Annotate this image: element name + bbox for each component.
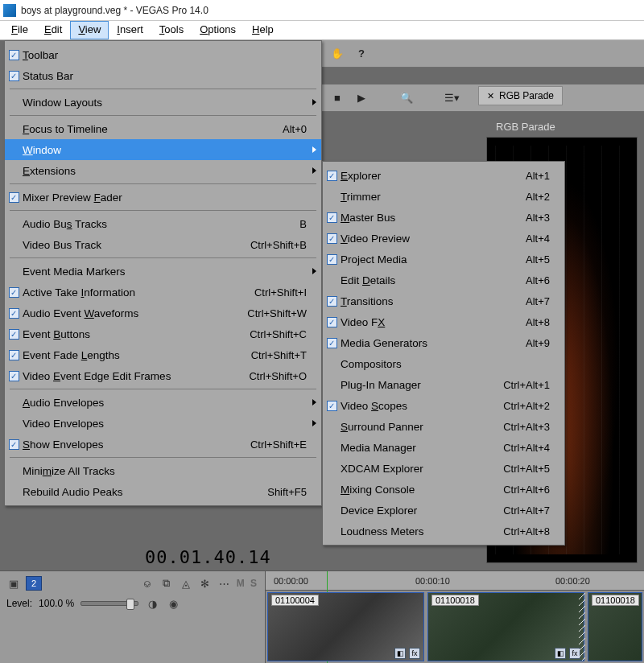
slider-thumb[interactable]: [126, 599, 134, 610]
gear-icon[interactable]: ✻: [198, 577, 213, 590]
play-icon[interactable]: ▶: [354, 91, 369, 105]
view-menu-item-window-layouts[interactable]: Window Layouts: [5, 92, 321, 113]
view-menu-item-video-bus-track[interactable]: Video Bus TrackCtrl+Shift+B: [5, 234, 321, 255]
zoom-icon[interactable]: 🔍: [399, 91, 414, 105]
check-icon: [5, 350, 23, 360]
view-menu-item-minimize-all-tracks[interactable]: Minimize All Tracks: [5, 460, 321, 481]
menubar-item-view[interactable]: View: [70, 21, 109, 39]
view-menu-item-audio-event-waveforms[interactable]: Audio Event WaveformsCtrl+Shift+W: [5, 303, 321, 323]
menu-item-shortcut: Ctrl+Alt+2: [503, 400, 564, 412]
stop-icon[interactable]: ■: [330, 91, 345, 105]
check-icon: [323, 443, 341, 453]
pan-crop-icon[interactable]: ◧: [555, 648, 566, 659]
window-menu-item-surround-panner[interactable]: Surround PannerCtrl+Alt+3: [323, 416, 564, 437]
compositing-mode-icon[interactable]: ◑: [145, 597, 159, 610]
more-icon[interactable]: ⋯: [217, 577, 232, 590]
view-menu-item-video-envelopes[interactable]: Video Envelopes: [5, 413, 321, 434]
close-icon[interactable]: ✕: [487, 91, 494, 101]
view-menu: ToolbarStatus BarWindow LayoutsFocus to …: [4, 40, 322, 506]
level-slider[interactable]: [80, 601, 138, 606]
menu-item-shortcut: Ctrl+Alt+4: [503, 442, 564, 454]
menubar-item-insert[interactable]: Insert: [109, 21, 151, 39]
menubar-item-edit[interactable]: Edit: [36, 21, 70, 39]
time-ruler[interactable]: 00:00:00 00:00:10 00:00:20: [266, 571, 644, 591]
menu-item-shortcut: Alt+8: [526, 316, 564, 328]
menubar-item-file[interactable]: File: [3, 21, 36, 39]
menu-separator: [10, 115, 316, 116]
view-menu-item-rebuild-audio-peaks[interactable]: Rebuild Audio PeaksShift+F5: [5, 481, 321, 502]
check-icon: [323, 380, 341, 390]
view-menu-item-show-envelopes[interactable]: Show EnvelopesCtrl+Shift+E: [5, 434, 321, 455]
menu-item-label: Loudness Meters: [341, 525, 503, 537]
window-menu-item-video-fx[interactable]: Video FXAlt+8: [323, 311, 564, 332]
window-menu-item-device-explorer[interactable]: Device ExplorerCtrl+Alt+7: [323, 500, 564, 521]
help-icon[interactable]: ?: [354, 47, 369, 61]
tab-rgb-parade[interactable]: ✕ RGB Parade: [478, 86, 563, 105]
view-menu-item-status-bar[interactable]: Status Bar: [5, 65, 321, 86]
view-menu-item-audio-envelopes[interactable]: Audio Envelopes: [5, 392, 321, 413]
window-menu-item-mixing-console[interactable]: Mixing ConsoleCtrl+Alt+6: [323, 479, 564, 500]
window-menu-item-media-generators[interactable]: Media GeneratorsAlt+9: [323, 332, 564, 353]
pan-crop-icon[interactable]: ◧: [394, 648, 406, 659]
view-menu-item-event-media-markers[interactable]: Event Media Markers: [5, 261, 321, 282]
menu-item-label: Event Buttons: [23, 328, 250, 340]
menu-item-label: Trimmer: [341, 191, 526, 203]
menu-item-shortcut: Ctrl+Shift+C: [250, 328, 321, 340]
check-icon: [5, 192, 23, 203]
menu-item-label: Audio Bus Tracks: [23, 218, 299, 230]
view-menu-item-event-buttons[interactable]: Event ButtonsCtrl+Shift+C: [5, 323, 321, 344]
menubar-item-options[interactable]: Options: [192, 21, 244, 39]
menu-item-label: Window Layouts: [23, 97, 321, 109]
menubar-item-tools[interactable]: Tools: [151, 21, 192, 39]
window-title: boys at playground.veg * - VEGAS Pro 14.…: [21, 5, 208, 16]
menu-item-label: Master Bus: [341, 212, 526, 224]
window-menu-item-explorer[interactable]: ExplorerAlt+1: [323, 165, 564, 186]
window-menu-item-transitions[interactable]: TransitionsAlt+7: [323, 290, 564, 311]
window-menu-item-edit-details[interactable]: Edit DetailsAlt+6: [323, 270, 564, 290]
video-clip[interactable]: 01100018 ◧fx: [427, 592, 584, 661]
window-menu-item-media-manager[interactable]: Media ManagerCtrl+Alt+4: [323, 437, 564, 458]
automation-icon[interactable]: ◬: [179, 577, 193, 590]
video-clip[interactable]: 01100004 ◧fx: [267, 592, 424, 661]
view-menu-item-window[interactable]: Window: [5, 139, 321, 160]
fx-icon[interactable]: fx: [409, 648, 420, 659]
window-menu-item-video-preview[interactable]: Video PreviewAlt+4: [323, 228, 564, 249]
menu-item-label: Window: [23, 144, 321, 156]
window-menu-item-video-scopes[interactable]: Video ScopesCtrl+Alt+2: [323, 395, 564, 416]
menu-item-label: Mixer Preview Fader: [23, 191, 321, 204]
menu-item-label: Video FX: [341, 316, 526, 328]
window-menu-item-trimmer[interactable]: TrimmerAlt+2: [323, 186, 564, 207]
view-menu-item-mixer-preview-fader[interactable]: Mixer Preview Fader: [5, 187, 321, 208]
view-menu-item-audio-bus-tracks[interactable]: Audio Bus TracksB: [5, 213, 321, 234]
view-menu-item-toolbar[interactable]: Toolbar: [5, 44, 321, 65]
hand-icon[interactable]: ✋: [330, 47, 345, 61]
view-menu-item-focus-to-timeline[interactable]: Focus to TimelineAlt+0: [5, 118, 321, 139]
menu-item-label: Mixing Console: [341, 484, 503, 496]
menu-item-shortcut: Ctrl+Shift+T: [251, 349, 321, 361]
list-icon[interactable]: ☰▾: [444, 91, 459, 105]
track-fx-icon[interactable]: ⧉: [159, 577, 174, 590]
view-menu-item-video-event-edge-edit-frames[interactable]: Video Event Edge Edit FramesCtrl+Shift+O: [5, 365, 321, 386]
menubar-item-help[interactable]: Help: [244, 21, 282, 39]
view-menu-item-event-fade-lengths[interactable]: Event Fade LengthsCtrl+Shift+T: [5, 344, 321, 365]
check-icon: [5, 124, 23, 134]
timeline-tracks[interactable]: 00:00:00 00:00:10 00:00:20 01100004 ◧fx …: [266, 571, 644, 663]
chevron-right-icon: [312, 146, 316, 153]
window-menu-item-master-bus[interactable]: Master BusAlt+3: [323, 207, 564, 228]
menu-separator: [10, 210, 316, 211]
view-menu-item-extensions[interactable]: Extensions: [5, 160, 321, 181]
parent-icon[interactable]: ◉: [166, 597, 180, 610]
window-menu-item-compositors[interactable]: Compositors: [323, 353, 564, 374]
window-menu-item-loudness-meters[interactable]: Loudness MetersCtrl+Alt+8: [323, 521, 564, 542]
camera-icon[interactable]: ▣: [6, 577, 21, 590]
window-menu-item-xdcam-explorer[interactable]: XDCAM ExplorerCtrl+Alt+5: [323, 458, 564, 479]
level-value: 100.0 %: [39, 598, 74, 609]
view-menu-item-active-take-information[interactable]: Active Take InformationCtrl+Shift+I: [5, 282, 321, 303]
track-number[interactable]: 2: [26, 576, 42, 591]
bypass-fx-icon[interactable]: ⎉: [140, 577, 155, 590]
window-menu-item-project-media[interactable]: Project MediaAlt+5: [323, 249, 564, 270]
mute-solo[interactable]: M S: [237, 578, 258, 589]
menu-item-shortcut: Alt+1: [526, 170, 564, 182]
window-menu-item-plug-in-manager[interactable]: Plug-In ManagerCtrl+Alt+1: [323, 374, 564, 395]
video-clip[interactable]: 01100018: [588, 592, 642, 661]
